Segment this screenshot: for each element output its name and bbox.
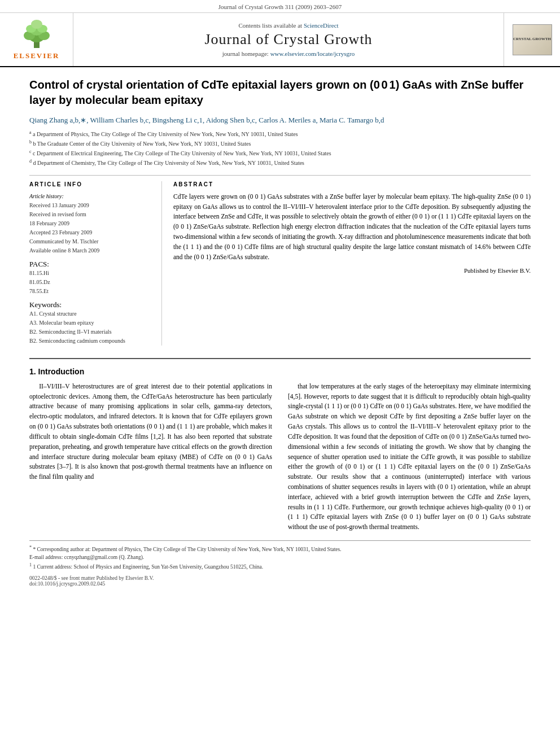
info-abstract-section: ARTICLE INFO Article history: Received 1… bbox=[29, 181, 531, 346]
affiliations-block: a a Department of Physics, The City Coll… bbox=[29, 129, 531, 168]
available-online: Available online 8 March 2009 bbox=[29, 246, 148, 255]
journal-title: Journal of Crystal Growth bbox=[204, 31, 372, 48]
email-footnote: E-mail address: ccnyqzhang@gmail.com (Q.… bbox=[29, 553, 531, 561]
published-by: Published by Elsevier B.V. bbox=[173, 267, 531, 274]
received-revised-label: Received in revised form bbox=[29, 210, 148, 219]
received-date: Received 13 January 2009 bbox=[29, 201, 148, 210]
abstract-label: ABSTRACT bbox=[173, 181, 531, 187]
keywords-block: Keywords: A1. Crystal structure A3. Mole… bbox=[29, 300, 148, 346]
elsevier-tree-icon bbox=[17, 19, 56, 50]
doi-value: doi:10.1016/j.jcrysgro.2009.02.045 bbox=[29, 581, 531, 587]
history-label: Article history: bbox=[29, 192, 148, 201]
received-revised-date: 18 February 2009 bbox=[29, 219, 148, 228]
elsevier-brand: ELSEVIER bbox=[14, 51, 60, 60]
affiliation-a: a a Department of Physics, The City Coll… bbox=[29, 129, 531, 139]
current-address-footnote: 1 1 Current address: School of Physics a… bbox=[29, 562, 531, 571]
intro-para-1: II–VI/III–V heterostructures are of grea… bbox=[29, 382, 272, 482]
pacs-3: 78.55.Et bbox=[29, 287, 148, 296]
issn-line: 0022-0248/$ - see front matter Published… bbox=[29, 575, 531, 581]
elsevier-logo-area: ELSEVIER bbox=[0, 13, 73, 66]
article-info-label: ARTICLE INFO bbox=[29, 181, 148, 187]
abstract-column: ABSTRACT CdTe layers were grown on (0 0 … bbox=[161, 181, 531, 346]
introduction-heading: 1. Introduction bbox=[29, 367, 531, 376]
pacs-1: 81.15.Hi bbox=[29, 269, 148, 278]
introduction-body: II–VI/III–V heterostructures are of grea… bbox=[29, 382, 531, 532]
homepage-link[interactable]: www.elsevier.com/locate/jcrysgro bbox=[270, 50, 355, 57]
keyword-3: B2. Semiconducting II–VI materials bbox=[29, 327, 148, 337]
footnotes-block: * * Corresponding author at: Department … bbox=[29, 540, 531, 571]
authors-line: Qiang Zhang a,b,∗, William Charles b,c, … bbox=[29, 115, 531, 126]
pacs-block: PACS: 81.15.Hi 81.05.Dz 78.55.Et bbox=[29, 260, 148, 296]
crystal-growth-logo-area: CRYSTAL GROWTH bbox=[504, 13, 560, 66]
pacs-2: 81.05.Dz bbox=[29, 278, 148, 287]
keywords-label: Keywords: bbox=[29, 300, 148, 309]
divider-1 bbox=[29, 175, 531, 176]
paper-title: Control of crystal orientation of CdTe e… bbox=[29, 77, 531, 108]
article-history: Article history: Received 13 January 200… bbox=[29, 192, 148, 255]
intro-col-left: II–VI/III–V heterostructures are of grea… bbox=[29, 382, 272, 532]
svg-point-7 bbox=[31, 20, 42, 29]
sciencedirect-link[interactable]: ScienceDirect bbox=[304, 22, 339, 29]
intro-para-2: that low temperatures at the early stage… bbox=[288, 382, 531, 532]
contents-line: Contents lists available at ScienceDirec… bbox=[238, 22, 338, 29]
affiliation-d: d d Department of Chemistry, The City Co… bbox=[29, 158, 531, 168]
doi-block: 0022-0248/$ - see front matter Published… bbox=[29, 575, 531, 587]
pacs-label: PACS: bbox=[29, 260, 148, 269]
journal-header: ELSEVIER Contents lists available at Sci… bbox=[0, 13, 560, 67]
article-info-column: ARTICLE INFO Article history: Received 1… bbox=[29, 181, 148, 346]
homepage-line: journal homepage: www.elsevier.com/locat… bbox=[222, 50, 355, 57]
keyword-2: A3. Molecular beam epitaxy bbox=[29, 318, 148, 327]
abstract-text: CdTe layers were grown on (0 0 1) GaAs s… bbox=[173, 192, 531, 263]
affiliation-c: c c Department of Electrical Engineering… bbox=[29, 148, 531, 158]
introduction-section: 1. Introduction II–VI/III–V heterostruct… bbox=[29, 358, 531, 587]
main-content: Control of crystal orientation of CdTe e… bbox=[0, 67, 560, 600]
journal-reference: Journal of Crystal Growth 311 (2009) 260… bbox=[0, 0, 560, 13]
journal-title-area: Contents lists available at ScienceDirec… bbox=[73, 13, 504, 66]
keyword-1: A1. Crystal structure bbox=[29, 309, 148, 318]
corresponding-footnote: * * Corresponding author at: Department … bbox=[29, 544, 531, 553]
communicated-by: Communicated by M. Tischler bbox=[29, 237, 148, 246]
keyword-4: B2. Semiconducting cadmium compounds bbox=[29, 337, 148, 346]
intro-col-right: that low temperatures at the early stage… bbox=[288, 382, 531, 532]
accepted-date: Accepted 23 February 2009 bbox=[29, 228, 148, 237]
affiliation-b: b b The Graduate Center of the City Univ… bbox=[29, 139, 531, 148]
crystal-growth-logo-box: CRYSTAL GROWTH bbox=[513, 24, 552, 55]
